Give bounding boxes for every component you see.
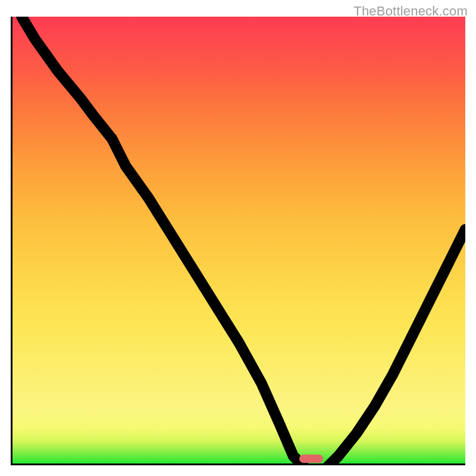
chart-marker-pill [299,455,323,463]
chart-svg [12,17,465,465]
plot-area [11,17,465,465]
watermark-label: TheBottleneck.com [353,4,468,19]
right-curve [325,230,465,465]
left-curve [21,17,306,465]
chart-container: TheBottleneck.com [0,0,476,476]
